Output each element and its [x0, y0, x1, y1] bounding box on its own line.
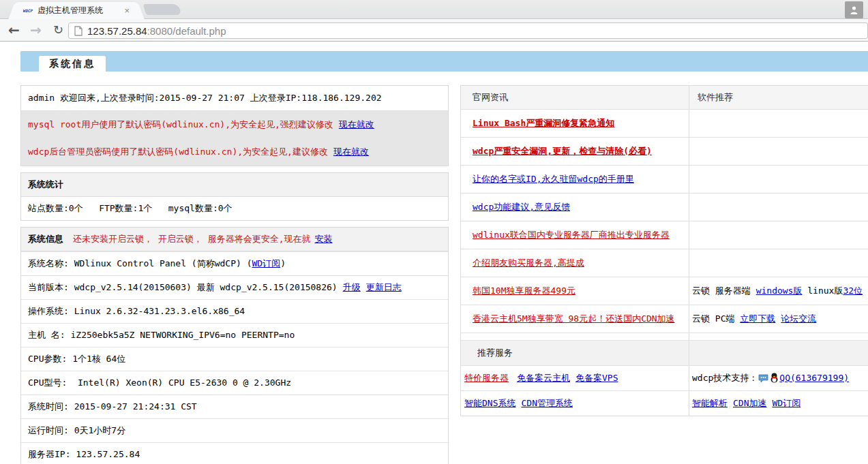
services-row: 特价服务器免备案云主机免备案VPS wdcp技术支持：QQ(613679199) — [461, 366, 868, 391]
news-link-referral[interactable]: 介绍朋友购买服务器,高提成 — [473, 258, 584, 268]
smart-dns-link[interactable]: 智能解析 — [692, 398, 728, 408]
cloudlock-linux-label: linux版 — [802, 285, 843, 296]
row-value: iZ250ebk5a5Z NETWORKING_IPV6=no PEERNTP=… — [65, 330, 295, 340]
row-current-version: 当前版本: wdcp_v2.5.14(20150603) 最新 wdcp_v2.… — [21, 275, 448, 299]
security-warnings: mysql root用户使用了默认密码(wdlinux.cn),为安全起见,强烈… — [21, 111, 448, 166]
services-row: 智能DNS系统CDN管理系统 智能解析CDN加速WD订阅 — [461, 391, 868, 416]
services-header-row: 推荐服务 — [461, 341, 868, 366]
row-value: wdcp_v2.5.14(20150603) 最新 wdcp_v2.5.15(2… — [69, 282, 338, 292]
row-label: CPU参数: — [28, 354, 67, 364]
warning-wdcp-password: wdcp后台管理员密码使用了默认密码(wdlinux.cn),为安全起见,建议修… — [21, 138, 448, 166]
row-label: 当前版本: — [28, 282, 69, 292]
row-label: 系统名称: — [28, 258, 69, 268]
news-header: 官网资讯 — [461, 86, 689, 109]
news-link-wdcp-vuln[interactable]: wdcp严重安全漏洞,更新，检查与清除(必看) — [473, 146, 652, 156]
sysinfo-header: 系统信息还未安装开启云锁， 开启云锁， 服务器将会更安全,现在就安装 — [21, 228, 448, 251]
news-link-hk-cloud[interactable]: 香港云主机5M独享带宽 98元起！还送国内CDN加速 — [473, 313, 675, 324]
stats-line: 站点数量:0个 FTP数量:1个 mysql数量:0个 — [21, 197, 448, 220]
software-cell-empty — [689, 138, 868, 165]
cloudlock-download-link[interactable]: 立即下载 — [740, 313, 775, 324]
software-header: 软件推荐 — [689, 86, 868, 109]
news-row: wdcp功能建议,意见反馈 — [461, 194, 868, 221]
qq-support-link[interactable]: QQ(613679199) — [779, 373, 849, 383]
support-label: wdcp技术支持： — [692, 373, 758, 383]
row-label: 系统时间: — [28, 401, 69, 412]
url-host: 123.57.25.84 — [87, 25, 147, 37]
row-label: 主机 名: — [28, 330, 65, 340]
browser-tab-strip: WDCP 虚拟主机管理系统 × — [0, 0, 868, 19]
news-row: wdcp严重安全漏洞,更新，检查与清除(必看) — [461, 138, 868, 166]
news-row: 介绍朋友购买服务器,高提成 — [461, 249, 868, 277]
fix-now-link[interactable]: 现在就改 — [339, 119, 374, 129]
forward-button[interactable]: → — [30, 20, 42, 40]
left-panel: admin 欢迎回来,上次登录时间:2015-09-27 21:07 上次登录I… — [20, 85, 449, 464]
background-tab[interactable] — [143, 4, 181, 15]
news-row: wdlinux联合国内专业服务器厂商推出专业服务器 — [461, 221, 868, 249]
vps-link[interactable]: 免备案VPS — [575, 373, 618, 383]
news-row: 香港云主机5M独享带宽 98元起！还送国内CDN加速 云锁 PC端 立即下载论坛… — [461, 305, 868, 333]
url-text: 123.57.25.84:8080/default.php — [87, 25, 226, 37]
row-label: 操作系统: — [28, 306, 69, 316]
cdn-system-link[interactable]: CDN管理系统 — [521, 398, 572, 408]
row-value: Intel(R) Xeon(R) CPU E5-2630 0 @ 2.30GHz — [67, 377, 291, 388]
row-value: Linux 2.6.32-431.23.3.el6.x86_64 — [69, 306, 245, 316]
news-link-pro-server[interactable]: wdlinux联合国内专业服务器厂商推出专业服务器 — [473, 230, 670, 240]
dns-system-link[interactable]: 智能DNS系统 — [464, 398, 515, 408]
cloudlock-32bit-link[interactable]: 32位 — [843, 285, 863, 296]
row-cpu-model: CPU型号: Intel(R) Xeon(R) CPU E5-2630 0 @ … — [21, 371, 448, 395]
row-value: 2015-09-27 21:24:31 CST — [69, 401, 197, 412]
changelog-link[interactable]: 更新日志 — [366, 282, 402, 292]
cdn-speed-link[interactable]: CDN加速 — [733, 398, 766, 408]
row-tail: ) — [280, 258, 286, 268]
wd-subscribe-link[interactable]: WD订阅 — [772, 398, 800, 408]
tab-system-info[interactable]: 系统信息 — [39, 56, 106, 72]
software-cell-empty — [689, 249, 868, 277]
row-label: CPU型号: — [28, 377, 67, 388]
address-bar[interactable]: 123.57.25.84:8080/default.php — [68, 22, 868, 39]
profile-button[interactable] — [845, 1, 863, 18]
warning-text: mysql root用户使用了默认密码(wdlinux.cn),为安全起见,强烈… — [28, 119, 333, 129]
stats-title: 系统统计 — [28, 179, 63, 189]
row-label: 运行时间: — [28, 425, 69, 435]
row-value: 1个1核 64位 — [67, 354, 125, 364]
install-link[interactable]: 安装 — [314, 234, 332, 244]
special-server-link[interactable]: 特价服务器 — [464, 373, 509, 383]
reload-button[interactable]: ↻ — [53, 20, 63, 40]
cloudlock-windows-link[interactable]: windows版 — [756, 285, 803, 296]
news-link-feedback[interactable]: wdcp功能建议,意见反馈 — [473, 202, 570, 212]
browser-tab[interactable]: WDCP 虚拟主机管理系统 × — [16, 2, 136, 19]
right-header-row: 官网资讯 软件推荐 — [461, 86, 868, 110]
cloudlock-forum-link[interactable]: 论坛交流 — [781, 313, 816, 324]
upgrade-link[interactable]: 升级 — [343, 282, 361, 292]
url-path: :8080/default.php — [147, 25, 226, 37]
chat-bubble-icon — [758, 374, 768, 383]
row-system-time: 系统时间: 2015-09-27 21:24:31 CST — [21, 395, 448, 418]
news-link-bash-vuln[interactable]: Linux Bash严重漏洞修复紧急通知 — [473, 118, 614, 128]
news-link-korea-server[interactable]: 韩国10M独享服务器499元 — [473, 285, 575, 296]
cloud-lock-alert: 还未安装开启云锁， 开启云锁， 服务器将会更安全,现在就 — [73, 234, 310, 244]
wd-subscribe-link[interactable]: WD订阅 — [252, 258, 280, 268]
row-uptime: 运行时间: 0天1小时7分 — [21, 418, 448, 442]
cloudlock-server-cell: 云锁 服务器端 windows版 linux版32位64位 — [689, 277, 868, 305]
cloud-host-link[interactable]: 免备案云主机 — [517, 373, 570, 383]
cloudlock-server-label: 云锁 服务器端 — [692, 285, 756, 296]
right-panel: 官网资讯 软件推荐 Linux Bash严重漏洞修复紧急通知 wdcp严重安全漏… — [460, 85, 868, 416]
back-button[interactable]: ← — [8, 20, 20, 40]
warning-text: wdcp后台管理员密码使用了默认密码(wdlinux.cn),为安全起见,建议修… — [28, 146, 328, 157]
wdcp-admin-page: { "browser": { "tab_title": "虚拟主机管理系统", … — [0, 0, 868, 464]
cloudlock-pc-label: 云锁 PC端 — [692, 313, 740, 324]
cloudlock-pc-cell: 云锁 PC端 立即下载论坛交流 — [689, 305, 868, 332]
stats-header: 系统统计 — [21, 173, 448, 197]
news-row: 让你的名字或ID,永久驻留wdcp的手册里 — [461, 166, 868, 194]
row-label: 服务器IP: — [28, 449, 70, 459]
fix-now-link[interactable]: 现在就改 — [333, 146, 369, 157]
tab-title: 虚拟主机管理系统 — [38, 5, 123, 16]
row-value: 123.57.25.84 — [70, 449, 140, 459]
news-row: Linux Bash严重漏洞修复紧急通知 — [461, 110, 868, 138]
support-cell: wdcp技术支持：QQ(613679199) — [689, 366, 868, 390]
tab-close-icon[interactable]: × — [123, 6, 131, 15]
row-server-ip: 服务器IP: 123.57.25.84 — [21, 442, 448, 464]
news-link-manual[interactable]: 让你的名字或ID,永久驻留wdcp的手册里 — [473, 174, 634, 184]
welcome-message: admin 欢迎回来,上次登录时间:2015-09-27 21:07 上次登录I… — [21, 86, 448, 111]
person-icon — [850, 5, 858, 14]
